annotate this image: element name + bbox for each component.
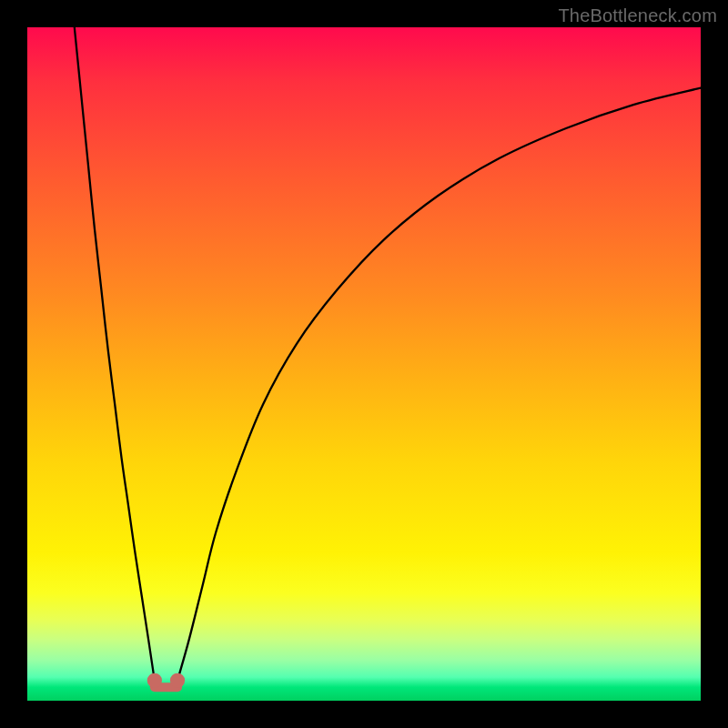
valley-marker-left: [147, 673, 162, 688]
curve-layer: [27, 27, 701, 701]
right-ascent-curve: [177, 88, 701, 681]
valley-marker-right: [170, 673, 185, 688]
left-descent-curve: [75, 27, 155, 681]
chart-frame: TheBottleneck.com: [0, 0, 728, 728]
watermark-text: TheBottleneck.com: [558, 5, 717, 26]
plot-area: [27, 27, 701, 701]
